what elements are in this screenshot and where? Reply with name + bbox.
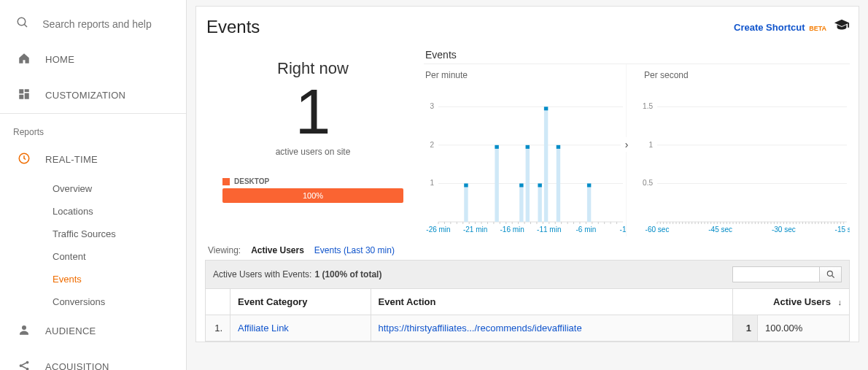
cell-active-users: 1100.00% [733, 315, 850, 342]
nav-acquisition[interactable]: ACQUISITION [0, 349, 186, 370]
search-icon [826, 269, 836, 280]
svg-rect-38 [526, 145, 530, 222]
svg-rect-43 [538, 183, 541, 187]
subnav-locations[interactable]: Locations [45, 200, 186, 223]
svg-rect-39 [526, 145, 530, 149]
sidebar: HOME CUSTOMIZATION Reports REAL-TIME Ove… [0, 0, 187, 370]
nav-realtime[interactable]: REAL-TIME [0, 142, 186, 177]
svg-text:-1: -1 [620, 226, 626, 234]
svg-rect-36 [519, 183, 523, 187]
svg-text:-30 sec: -30 sec [772, 226, 796, 234]
main-panel: Events Create Shortcut BETA Right now 1 [187, 0, 868, 370]
svg-point-0 [18, 18, 26, 26]
svg-text:1.5: 1.5 [643, 102, 653, 110]
summary-value: 1 (100% of total) [314, 269, 381, 280]
svg-text:-45 sec: -45 sec [708, 226, 732, 234]
col-rownum [206, 289, 230, 315]
nav-customization[interactable]: CUSTOMIZATION [0, 77, 186, 113]
create-shortcut-label: Create Shortcut [734, 22, 805, 33]
svg-point-141 [827, 271, 832, 276]
col-event-action[interactable]: Event Action [371, 289, 733, 315]
page-header: Events Create Shortcut BETA [205, 14, 850, 45]
row-number: 1. [206, 315, 230, 342]
nav-audience[interactable]: AUDIENCE [0, 313, 186, 349]
reports-section-label: Reports [0, 113, 186, 142]
svg-rect-23 [464, 183, 468, 187]
search-row [0, 6, 186, 42]
svg-text:-21 min: -21 min [463, 226, 487, 234]
table-filter-input[interactable] [732, 266, 820, 282]
svg-text:-6 min: -6 min [576, 226, 597, 234]
subnav-content[interactable]: Content [45, 245, 186, 268]
subnav-traffic-sources[interactable]: Traffic Sources [45, 223, 186, 245]
svg-text:-16 min: -16 min [500, 226, 524, 234]
svg-rect-50 [557, 145, 560, 149]
home-icon [16, 52, 32, 67]
device-legend-label: DESKTOP [234, 177, 269, 185]
beta-badge: BETA [809, 25, 826, 32]
nav-home[interactable]: HOME [0, 42, 186, 77]
svg-text:3: 3 [430, 102, 434, 110]
right-now-block: Right now 1 active users on site DESKTOP… [205, 45, 421, 236]
svg-rect-2 [19, 89, 23, 93]
page-title: Events [206, 17, 260, 37]
charts-title: Events [424, 45, 850, 63]
tab-events-last-30[interactable]: Events (Last 30 min) [314, 245, 395, 255]
svg-point-7 [22, 325, 26, 330]
graduation-cap-icon[interactable] [834, 18, 850, 37]
svg-text:-11 min: -11 min [537, 226, 561, 234]
svg-text:1: 1 [430, 179, 434, 187]
svg-rect-56 [587, 183, 591, 222]
svg-rect-22 [464, 183, 468, 222]
svg-rect-57 [587, 183, 591, 187]
cell-event-action[interactable]: https://thirstyaffiliates.../recommends/… [371, 315, 733, 342]
nav-audience-label: AUDIENCE [45, 325, 96, 336]
svg-rect-29 [495, 145, 498, 222]
tab-active-users[interactable]: Active Users [251, 245, 304, 255]
subnav-conversions[interactable]: Conversions [45, 290, 186, 313]
svg-text:-26 min: -26 min [426, 226, 450, 234]
svg-rect-30 [495, 145, 498, 149]
subnav-overview[interactable]: Overview [45, 177, 186, 200]
svg-rect-42 [538, 183, 541, 222]
svg-line-142 [832, 276, 834, 278]
device-share-percent: 100% [303, 191, 323, 200]
svg-rect-35 [519, 183, 523, 222]
svg-text:2: 2 [430, 141, 434, 149]
per-minute-chart: Per minute 123-26 min-21 min-16 min-11 m… [424, 64, 627, 236]
viewing-label: Viewing: [208, 245, 241, 255]
realtime-subnav: Overview Locations Traffic Sources Conte… [0, 177, 186, 313]
subnav-events[interactable]: Events [45, 268, 186, 290]
person-icon [16, 323, 32, 339]
svg-rect-5 [19, 95, 23, 99]
right-now-sub: active users on site [205, 147, 421, 157]
dashboard-icon [16, 88, 32, 103]
search-input[interactable] [42, 18, 173, 30]
per-second-label: Per second [643, 69, 850, 83]
per-second-chart: Per second 0.511.5-60 sec-45 sec-30 sec-… [627, 64, 850, 236]
svg-text:-15 sec: -15 sec [835, 226, 850, 234]
share-icon [16, 359, 32, 370]
table-row: 1.Affiliate Linkhttps://thirstyaffiliate… [206, 315, 850, 342]
table-filter-search-button[interactable] [820, 266, 842, 282]
search-icon [16, 16, 29, 31]
cell-event-category[interactable]: Affiliate Link [230, 315, 371, 342]
svg-text:0.5: 0.5 [643, 179, 653, 187]
svg-rect-46 [544, 107, 548, 110]
viewing-row: Viewing: Active Users Events (Last 30 mi… [205, 236, 850, 260]
col-active-users[interactable]: Active Users ↓ [733, 289, 850, 315]
col-event-category[interactable]: Event Category [230, 289, 371, 315]
nav-realtime-label: REAL-TIME [45, 154, 98, 165]
create-shortcut-link[interactable]: Create Shortcut BETA [734, 22, 826, 33]
summary-bar: Active Users with Events: 1 (100% of tot… [205, 260, 850, 288]
charts-column: Events Per minute 123-26 min-21 min-16 m… [421, 45, 850, 236]
chevron-right-icon[interactable]: › [621, 137, 632, 152]
nav-home-label: HOME [45, 54, 74, 65]
summary-prefix: Active Users with Events: [213, 269, 311, 280]
svg-text:1: 1 [648, 141, 653, 149]
device-legend: DESKTOP [222, 177, 421, 185]
clock-icon [16, 152, 32, 167]
svg-rect-3 [25, 89, 29, 92]
sort-desc-icon: ↓ [838, 298, 842, 307]
legend-swatch-icon [222, 178, 230, 185]
